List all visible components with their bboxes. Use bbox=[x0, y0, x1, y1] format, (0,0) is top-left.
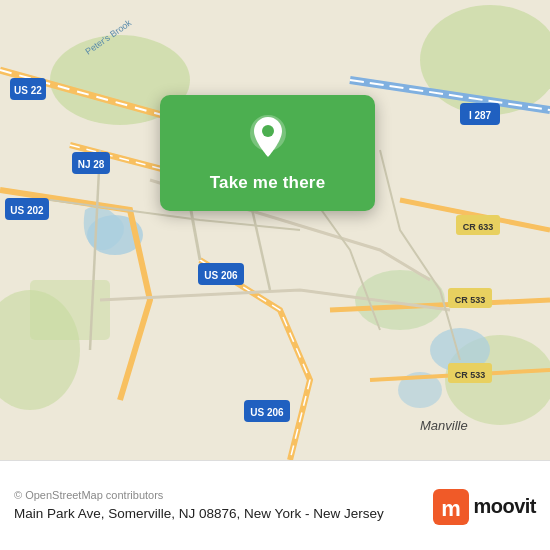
svg-text:NJ 28: NJ 28 bbox=[78, 159, 105, 170]
location-pin-icon bbox=[244, 113, 292, 161]
address-text: Main Park Ave, Somerville, NJ 08876, New… bbox=[14, 505, 423, 524]
svg-text:Manville: Manville bbox=[420, 418, 468, 433]
location-card: Take me there bbox=[160, 95, 375, 211]
svg-text:m: m bbox=[442, 496, 462, 521]
svg-text:CR 533: CR 533 bbox=[455, 295, 486, 305]
svg-rect-5 bbox=[30, 280, 110, 340]
moovit-brand-icon: m bbox=[433, 489, 469, 525]
copyright-text: © OpenStreetMap contributors bbox=[14, 489, 423, 501]
address-section: © OpenStreetMap contributors Main Park A… bbox=[14, 489, 423, 524]
moovit-label: moovit bbox=[473, 495, 536, 518]
svg-text:US 206: US 206 bbox=[250, 407, 284, 418]
svg-text:US 206: US 206 bbox=[204, 270, 238, 281]
svg-point-31 bbox=[262, 125, 274, 137]
svg-text:I 287: I 287 bbox=[469, 110, 492, 121]
map-container: US 22 US 202 NJ 28 I 287 CR 633 CR 533 C… bbox=[0, 0, 550, 460]
svg-text:CR 633: CR 633 bbox=[463, 222, 494, 232]
take-me-there-button[interactable]: Take me there bbox=[210, 171, 326, 195]
bottom-bar: © OpenStreetMap contributors Main Park A… bbox=[0, 460, 550, 550]
moovit-logo: m moovit bbox=[433, 489, 536, 525]
svg-text:US 202: US 202 bbox=[10, 205, 44, 216]
svg-text:CR 533: CR 533 bbox=[455, 370, 486, 380]
svg-text:US 22: US 22 bbox=[14, 85, 42, 96]
